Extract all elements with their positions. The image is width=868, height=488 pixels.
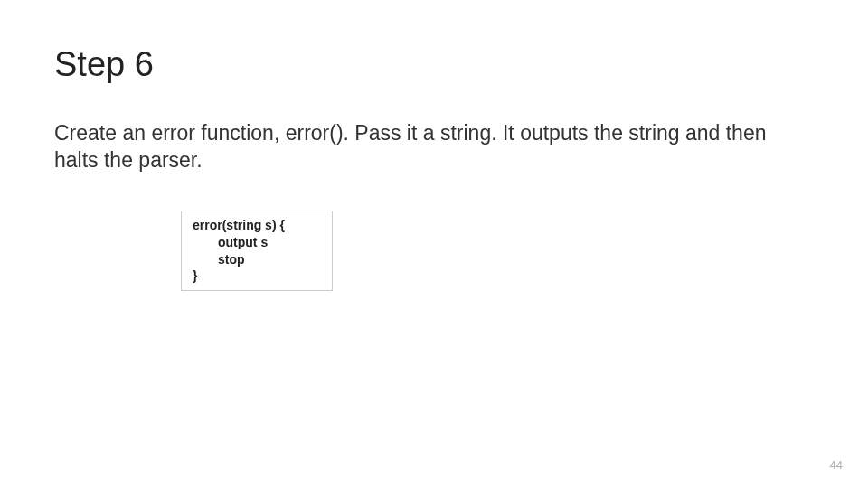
- slide-title: Step 6: [54, 45, 814, 84]
- slide-body-text: Create an error function, error(). Pass …: [54, 120, 814, 174]
- code-line-3: stop: [193, 251, 321, 268]
- page-number: 44: [830, 458, 843, 472]
- code-box: error(string s) { output s stop }: [181, 211, 333, 292]
- code-line-2: output s: [193, 234, 321, 251]
- code-line-1: error(string s) {: [193, 217, 321, 234]
- slide-container: Step 6 Create an error function, error()…: [0, 0, 868, 488]
- code-line-4: }: [193, 267, 321, 285]
